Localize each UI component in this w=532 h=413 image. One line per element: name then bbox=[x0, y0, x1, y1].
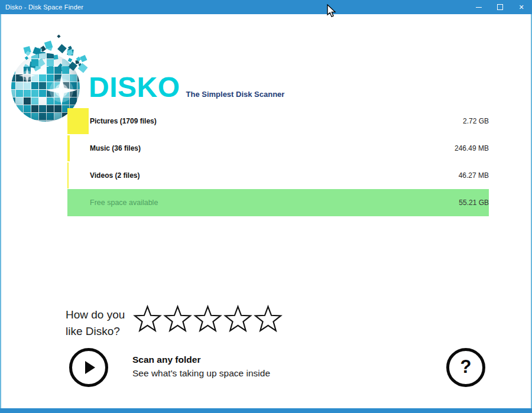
folder-size: 246.49 MB bbox=[455, 144, 489, 152]
maximize-icon bbox=[497, 4, 503, 10]
star-icon[interactable] bbox=[163, 305, 192, 333]
scan-text-block[interactable]: Scan any folder See what's taking up spa… bbox=[132, 355, 270, 379]
star-rating bbox=[133, 305, 283, 333]
scan-subtitle: See what's taking up space inside bbox=[132, 368, 270, 379]
folder-size: 46.27 MB bbox=[459, 171, 489, 180]
bottom-accent-bar bbox=[0, 408, 532, 413]
minimize-button[interactable] bbox=[468, 0, 489, 14]
rating-question: How do you like Disko? bbox=[66, 307, 125, 339]
question-mark-icon: ? bbox=[460, 356, 472, 378]
star-icon[interactable] bbox=[254, 305, 283, 333]
folder-size: 2.72 GB bbox=[463, 117, 489, 125]
folder-label: Music (36 files) bbox=[90, 144, 141, 152]
free-space-size: 55.21 GB bbox=[459, 199, 489, 207]
close-icon: ✕ bbox=[518, 4, 524, 11]
folder-row-videos[interactable]: Videos (2 files) 46.27 MB bbox=[67, 162, 489, 189]
close-button[interactable]: ✕ bbox=[511, 0, 532, 14]
folder-list: Pictures (1709 files) 2.72 GB Music (36 … bbox=[67, 108, 489, 216]
scan-folder-button[interactable] bbox=[69, 348, 108, 387]
usage-bar bbox=[67, 135, 70, 161]
scan-title: Scan any folder bbox=[132, 355, 270, 365]
help-button[interactable]: ? bbox=[446, 348, 485, 387]
folder-label: Videos (2 files) bbox=[90, 171, 140, 180]
folder-label: Pictures (1709 files) bbox=[90, 117, 157, 125]
window-title: Disko - Disk Space Finder bbox=[0, 4, 83, 11]
app-logo-text: DISKO bbox=[89, 71, 180, 103]
maximize-button[interactable] bbox=[489, 0, 511, 14]
folder-row-pictures[interactable]: Pictures (1709 files) 2.72 GB bbox=[67, 108, 489, 135]
rating-question-line2: like Disko? bbox=[66, 323, 125, 340]
usage-bar bbox=[67, 162, 69, 188]
window-controls: ✕ bbox=[468, 0, 532, 14]
app-window: Disko - Disk Space Finder ✕ bbox=[0, 0, 532, 413]
usage-bar bbox=[67, 108, 89, 134]
folder-row-music[interactable]: Music (36 files) 246.49 MB bbox=[67, 135, 489, 162]
star-icon[interactable] bbox=[223, 305, 252, 333]
titlebar[interactable]: Disko - Disk Space Finder ✕ bbox=[0, 0, 532, 14]
minimize-icon bbox=[476, 7, 482, 8]
brand-header: DISKO The Simplest Disk Scanner bbox=[89, 71, 284, 103]
star-icon[interactable] bbox=[133, 305, 162, 333]
play-icon bbox=[85, 361, 95, 374]
rating-question-line1: How do you bbox=[66, 307, 125, 323]
free-space-row: Free space available 55.21 GB bbox=[67, 189, 489, 216]
free-space-label: Free space available bbox=[90, 199, 158, 207]
star-icon[interactable] bbox=[193, 305, 222, 333]
app-tagline: The Simplest Disk Scanner bbox=[186, 90, 285, 99]
